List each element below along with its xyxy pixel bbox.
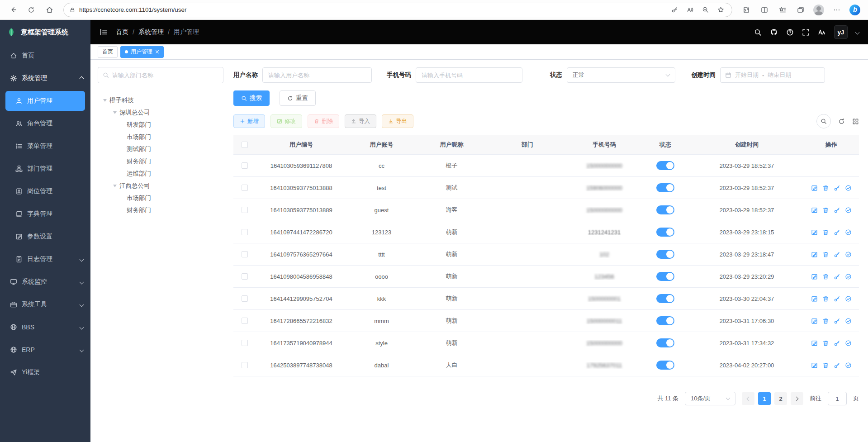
column-settings-button[interactable] — [852, 118, 859, 125]
favorites-bar-icon[interactable] — [775, 2, 790, 18]
row-assign-role-icon[interactable] — [845, 251, 852, 258]
row-checkbox[interactable] — [242, 362, 248, 368]
status-toggle[interactable] — [656, 338, 674, 347]
tab-home[interactable]: 首页 — [98, 46, 118, 58]
row-delete-icon[interactable] — [822, 207, 829, 214]
sidebar-item-yi-framework[interactable]: Yi框架 — [0, 361, 90, 384]
expand-caret-icon[interactable] — [113, 185, 117, 187]
browser-more-icon[interactable] — [829, 2, 844, 18]
prev-page-button[interactable] — [742, 392, 754, 405]
sidebar-item-erp[interactable]: ERP — [0, 338, 90, 361]
status-toggle[interactable] — [656, 228, 674, 237]
row-edit-icon[interactable] — [811, 362, 818, 369]
docs-help-icon[interactable] — [786, 29, 794, 36]
tree-node[interactable]: 运维部门 — [98, 167, 223, 180]
status-toggle[interactable] — [656, 316, 674, 325]
tree-node[interactable]: 测试部门 — [98, 143, 223, 155]
row-reset-password-icon[interactable] — [834, 207, 840, 214]
row-delete-icon[interactable] — [822, 295, 829, 302]
row-delete-icon[interactable] — [822, 273, 829, 280]
status-select[interactable]: 正常 — [567, 67, 675, 83]
dept-search-input[interactable] — [112, 72, 218, 79]
tree-node[interactable]: 研发部门 — [98, 119, 223, 131]
tree-node[interactable]: 市场部门 — [98, 192, 223, 204]
tab-user-mgmt[interactable]: 用户管理 — [120, 46, 164, 58]
breadcrumb-home[interactable]: 首页 — [116, 28, 128, 36]
extensions-icon[interactable] — [739, 2, 754, 18]
tree-node[interactable]: 财务部门 — [98, 155, 223, 167]
search-button[interactable]: 搜索 — [233, 90, 270, 106]
status-toggle[interactable] — [656, 294, 674, 303]
browser-back-button[interactable] — [5, 2, 21, 18]
avatar-dropdown-icon[interactable] — [855, 30, 860, 34]
font-size-icon[interactable] — [818, 28, 826, 36]
browser-home-button[interactable] — [42, 2, 57, 18]
sidebar-collapse-icon[interactable] — [100, 28, 108, 36]
status-toggle[interactable] — [656, 272, 674, 281]
row-edit-icon[interactable] — [811, 251, 818, 258]
row-assign-role-icon[interactable] — [845, 362, 852, 369]
sidebar-item-monitor[interactable]: 系统监控 — [0, 271, 90, 293]
row-checkbox[interactable] — [242, 273, 248, 280]
browser-reload-button[interactable] — [24, 2, 39, 18]
row-reset-password-icon[interactable] — [834, 362, 840, 369]
row-delete-icon[interactable] — [822, 229, 829, 236]
sidebar-item-user-mgmt[interactable]: 用户管理 — [5, 91, 85, 111]
row-delete-icon[interactable] — [822, 362, 829, 369]
add-button[interactable]: 新增 — [233, 114, 265, 128]
collections-icon[interactable] — [793, 2, 808, 18]
tree-node[interactable]: 江西总公司 — [98, 180, 223, 192]
goto-page-input[interactable] — [828, 392, 847, 405]
row-edit-icon[interactable] — [811, 273, 818, 280]
row-assign-role-icon[interactable] — [845, 340, 852, 347]
tree-node[interactable]: 市场部门 — [98, 131, 223, 143]
toggle-search-button[interactable] — [816, 114, 831, 128]
breadcrumb-system[interactable]: 系统管理 — [138, 28, 164, 36]
next-page-button[interactable] — [791, 392, 803, 405]
sidebar-item-dept-mgmt[interactable]: 部门管理 — [0, 157, 90, 180]
favorites-add-icon[interactable] — [715, 4, 726, 16]
username-input[interactable] — [262, 67, 372, 83]
row-assign-role-icon[interactable] — [845, 229, 852, 236]
row-reset-password-icon[interactable] — [834, 295, 840, 302]
sidebar-item-param-settings[interactable]: 参数设置 — [0, 225, 90, 248]
expand-caret-icon[interactable] — [113, 111, 117, 114]
row-assign-role-icon[interactable] — [845, 185, 852, 191]
sidebar-item-tools[interactable]: 系统工具 — [0, 293, 90, 316]
select-all-checkbox[interactable] — [242, 142, 248, 148]
row-edit-icon[interactable] — [811, 229, 818, 236]
tree-node[interactable]: 财务部门 — [98, 204, 223, 216]
sidebar-item-log-mgmt[interactable]: 日志管理 — [0, 248, 90, 271]
tree-node[interactable]: 深圳总公司 — [98, 106, 223, 119]
url-text[interactable]: https://ccnetcore.com:1101/system/user — [79, 6, 665, 13]
row-edit-icon[interactable] — [811, 318, 818, 324]
export-button[interactable]: 导出 — [382, 114, 413, 128]
row-delete-icon[interactable] — [822, 318, 829, 324]
page-button-1[interactable]: 1 — [758, 392, 771, 405]
row-checkbox[interactable] — [242, 207, 248, 213]
sidebar-item-dict-mgmt[interactable]: 字典管理 — [0, 203, 90, 225]
user-avatar[interactable]: yJ — [834, 25, 848, 39]
row-assign-role-icon[interactable] — [845, 207, 852, 214]
row-delete-icon[interactable] — [822, 340, 829, 347]
row-checkbox[interactable] — [242, 162, 248, 169]
row-checkbox[interactable] — [242, 185, 248, 191]
tab-close-icon[interactable] — [155, 50, 159, 54]
browser-profile-avatar[interactable] — [811, 2, 826, 18]
address-bar[interactable]: https://ccnetcore.com:1101/system/user — [63, 3, 732, 17]
page-size-select[interactable]: 10条/页 — [685, 392, 735, 405]
row-checkbox[interactable] — [242, 295, 248, 302]
row-assign-role-icon[interactable] — [845, 295, 852, 302]
row-reset-password-icon[interactable] — [834, 318, 840, 324]
github-icon[interactable] — [770, 28, 778, 36]
status-toggle[interactable] — [656, 250, 674, 259]
status-toggle[interactable] — [656, 161, 674, 170]
row-reset-password-icon[interactable] — [834, 273, 840, 280]
row-assign-role-icon[interactable] — [845, 273, 852, 280]
fullscreen-icon[interactable] — [802, 29, 810, 36]
header-search-icon[interactable] — [754, 29, 762, 36]
status-toggle[interactable] — [656, 183, 674, 192]
phone-input[interactable] — [416, 67, 522, 83]
zoom-icon[interactable] — [699, 4, 711, 16]
row-delete-icon[interactable] — [822, 185, 829, 191]
